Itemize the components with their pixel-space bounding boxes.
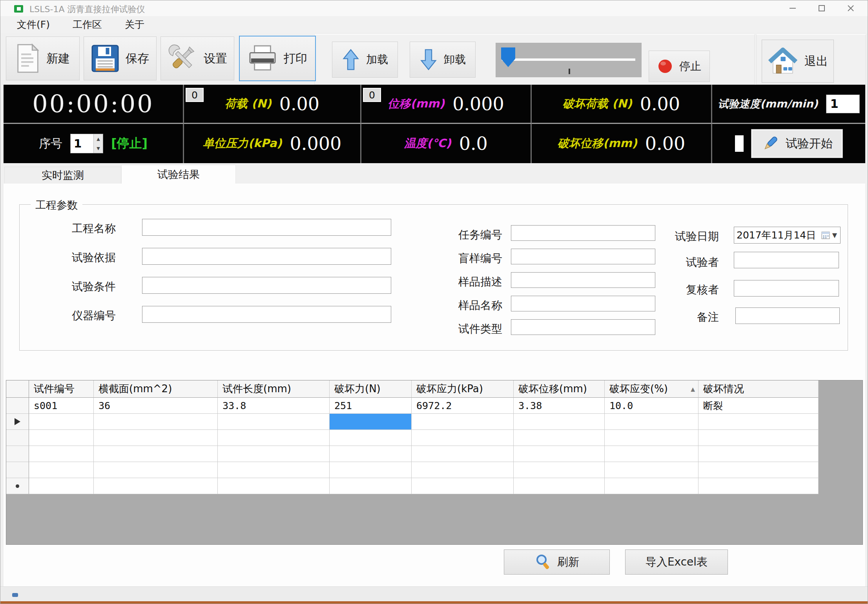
- exit-button[interactable]: 退出: [762, 40, 834, 83]
- empty-cell[interactable]: [605, 414, 698, 430]
- project-name-input[interactable]: [142, 219, 391, 236]
- task-number-input[interactable]: [511, 225, 655, 241]
- row-header-cell[interactable]: [6, 446, 29, 462]
- test-basis-input[interactable]: [142, 248, 391, 265]
- empty-cell[interactable]: [698, 446, 819, 462]
- empty-cell[interactable]: [412, 446, 514, 462]
- empty-cell[interactable]: [218, 446, 330, 462]
- empty-cell[interactable]: [218, 462, 330, 478]
- speed-slider[interactable]: [496, 43, 642, 77]
- empty-cell[interactable]: [330, 478, 412, 494]
- cell-break-force[interactable]: 251: [330, 398, 412, 414]
- menu-file[interactable]: 文件(F): [17, 18, 50, 31]
- empty-cell[interactable]: [514, 430, 605, 446]
- cell-cross-section[interactable]: 36: [94, 398, 218, 414]
- cell-break-condition[interactable]: 断裂: [698, 398, 819, 414]
- stop-button[interactable]: 停止: [649, 51, 710, 82]
- empty-cell[interactable]: [218, 414, 330, 430]
- empty-cell[interactable]: [605, 430, 698, 446]
- empty-cell[interactable]: [218, 478, 330, 494]
- empty-cell[interactable]: [605, 462, 698, 478]
- empty-cell[interactable]: [605, 446, 698, 462]
- spinner-up-icon[interactable]: ▲: [94, 134, 103, 144]
- sample-description-input[interactable]: [511, 272, 655, 288]
- cell-break-displacement[interactable]: 3.38: [514, 398, 605, 414]
- empty-cell[interactable]: [94, 478, 218, 494]
- cell-specimen-id[interactable]: s001: [29, 398, 94, 414]
- empty-cell[interactable]: [330, 462, 412, 478]
- empty-cell[interactable]: [218, 430, 330, 446]
- import-excel-button[interactable]: 导入Excel表: [625, 549, 728, 575]
- blind-sample-number-input[interactable]: [511, 249, 655, 264]
- current-row-header[interactable]: [6, 414, 29, 430]
- empty-cell[interactable]: [412, 462, 514, 478]
- unload-button[interactable]: 卸载: [410, 42, 476, 78]
- sequence-spinner[interactable]: 1 ▲ ▼: [70, 134, 103, 153]
- tab-test-results[interactable]: 试验结果: [121, 165, 236, 184]
- col-break-condition[interactable]: 破坏情况: [698, 380, 819, 398]
- empty-cell[interactable]: [29, 414, 94, 430]
- new-button[interactable]: 新建: [6, 36, 80, 80]
- spinner-down-icon[interactable]: ▼: [94, 144, 103, 153]
- empty-cell[interactable]: [94, 430, 218, 446]
- menu-workspace[interactable]: 工作区: [73, 18, 102, 31]
- empty-cell[interactable]: [514, 414, 605, 430]
- empty-cell[interactable]: [94, 446, 218, 462]
- print-button[interactable]: 打印: [239, 36, 316, 81]
- specimen-type-input[interactable]: [511, 319, 655, 335]
- menu-about[interactable]: 关于: [125, 18, 144, 31]
- col-specimen-length[interactable]: 试件长度(mm): [218, 380, 330, 398]
- empty-cell[interactable]: [94, 462, 218, 478]
- speed-input[interactable]: 1: [826, 95, 860, 113]
- col-specimen-id[interactable]: 试件编号: [29, 380, 94, 398]
- cell-specimen-length[interactable]: 33.8: [218, 398, 330, 414]
- empty-cell[interactable]: [29, 430, 94, 446]
- empty-cell[interactable]: [330, 446, 412, 462]
- maximize-icon[interactable]: [807, 0, 836, 16]
- row-header-cell[interactable]: [6, 430, 29, 446]
- empty-cell[interactable]: [514, 462, 605, 478]
- new-row-header[interactable]: [6, 478, 29, 494]
- empty-cell[interactable]: [412, 478, 514, 494]
- empty-cell[interactable]: [412, 414, 514, 430]
- settings-button[interactable]: 设置: [160, 36, 234, 80]
- date-dropdown-icon[interactable]: ▼: [832, 231, 837, 239]
- empty-cell[interactable]: [698, 462, 819, 478]
- empty-cell[interactable]: [330, 430, 412, 446]
- slider-track[interactable]: [502, 58, 635, 61]
- save-button[interactable]: 保存: [84, 36, 157, 80]
- sample-name-input[interactable]: [511, 296, 655, 311]
- cell-break-stress[interactable]: 6972.2: [412, 398, 514, 414]
- start-test-button[interactable]: 试验开始: [751, 129, 842, 158]
- empty-cell[interactable]: [514, 446, 605, 462]
- empty-cell[interactable]: [698, 430, 819, 446]
- test-date-picker[interactable]: 2017年11月14日 ▼: [734, 227, 841, 244]
- row-header-cell[interactable]: [6, 398, 29, 414]
- tester-input[interactable]: [734, 252, 839, 268]
- empty-cell[interactable]: [29, 446, 94, 462]
- empty-cell[interactable]: [412, 430, 514, 446]
- slider-thumb[interactable]: [501, 47, 515, 67]
- instrument-number-input[interactable]: [142, 306, 391, 323]
- empty-cell[interactable]: [605, 478, 698, 494]
- empty-cell[interactable]: [94, 414, 218, 430]
- grid-corner-cell[interactable]: [6, 380, 29, 398]
- minimize-icon[interactable]: [778, 0, 807, 16]
- col-break-force[interactable]: 破坏力(N): [330, 380, 412, 398]
- refresh-button[interactable]: 刷新: [504, 549, 610, 575]
- test-condition-input[interactable]: [142, 277, 391, 294]
- col-break-strain[interactable]: 破坏应变(%) ▲: [605, 380, 698, 398]
- empty-cell[interactable]: [29, 478, 94, 494]
- tab-realtime-monitor[interactable]: 实时监测: [4, 167, 121, 184]
- note-input[interactable]: [735, 307, 840, 324]
- empty-cell[interactable]: [29, 462, 94, 478]
- col-break-stress[interactable]: 破坏应力(kPa): [412, 380, 514, 398]
- empty-cell[interactable]: [514, 478, 605, 494]
- close-icon[interactable]: [836, 0, 865, 16]
- load-button[interactable]: 加载: [332, 42, 398, 78]
- cell-break-strain[interactable]: 10.0: [605, 398, 698, 414]
- row-header-cell[interactable]: [6, 462, 29, 478]
- selected-cell[interactable]: [330, 414, 412, 430]
- col-cross-section[interactable]: 横截面(mm^2): [94, 380, 218, 398]
- empty-cell[interactable]: [698, 478, 819, 494]
